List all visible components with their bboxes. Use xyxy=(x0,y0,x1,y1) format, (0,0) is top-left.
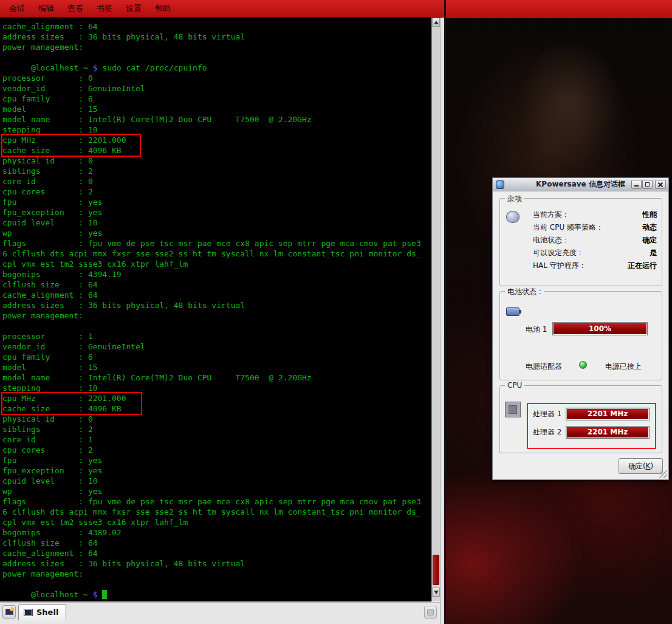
processor-label: 处理器 2 xyxy=(533,427,566,437)
terminal-line: cpl vmx est tm2 ssse3 cx16 xtpr lahf_lm xyxy=(2,517,431,527)
group-battery-title: 电池状态 : xyxy=(505,287,544,297)
terminal-line: flags : fpu vme de pse tsc msr pae mce c… xyxy=(2,496,431,507)
terminal-line: cache_alignment : 64 xyxy=(2,290,431,300)
tab-label: Shell xyxy=(36,608,58,617)
terminal-line: cpu cores : 2 xyxy=(2,187,431,197)
window-frame xyxy=(440,18,444,624)
terminal-line: @localhost ~ $ sudo cat /proc/cpuinfo xyxy=(2,63,431,73)
ac-adapter-led-icon xyxy=(579,361,587,369)
terminal-output: cache_alignment : 64address sizes : 36 b… xyxy=(2,21,431,600)
resize-grip-icon[interactable] xyxy=(659,470,667,478)
terminal-line: model name : Intel(R) Core(TM)2 Duo CPU … xyxy=(2,372,431,383)
desktop: 会话编辑查看书签设置帮助 cache_alignment : 64address… xyxy=(0,0,672,624)
terminal-line: physical id : 0 xyxy=(2,414,431,424)
ac-adapter-status: 电源已接上 xyxy=(605,362,642,372)
menu-help[interactable]: 帮助 xyxy=(148,0,177,17)
terminal-line: power management: xyxy=(2,569,431,579)
ac-adapter-label: 电源适配器 xyxy=(526,362,562,372)
menu-bookmarks[interactable]: 书签 xyxy=(90,0,119,17)
info-label: HAL 守护程序： xyxy=(533,261,586,271)
info-row: 电池状态：确定 xyxy=(533,234,657,247)
power-scheme-icon xyxy=(506,211,519,223)
terminal-line: model name : Intel(R) Core(TM)2 Duo CPU … xyxy=(2,114,431,125)
terminal-line: siblings : 2 xyxy=(2,166,431,176)
terminal-line: vendor_id : GenuineIntel xyxy=(2,341,431,352)
terminal-line: cpu cores : 2 xyxy=(2,445,431,455)
close-icon xyxy=(656,180,665,188)
cpu-frequency-value: 2201 MHz xyxy=(567,409,648,419)
battery-charge-meter: 100% xyxy=(552,322,648,335)
terminal-line: address sizes : 36 bits physical, 48 bit… xyxy=(2,300,431,310)
terminal-line: cpu family : 6 xyxy=(2,94,431,104)
terminal-line: clflush size : 64 xyxy=(2,538,431,548)
terminal-line: processor : 1 xyxy=(2,331,431,341)
terminal-line: model : 15 xyxy=(2,362,431,372)
terminal-scrollbar[interactable] xyxy=(431,18,440,602)
scroll-up-button[interactable] xyxy=(432,18,440,27)
terminal-line: cpuid level : 10 xyxy=(2,218,431,228)
scroll-up-icon xyxy=(434,21,439,24)
info-value: 是 xyxy=(650,248,657,258)
terminal-line: model : 15 xyxy=(2,104,431,114)
minimize-icon xyxy=(634,185,639,187)
info-value: 动态 xyxy=(642,222,657,233)
session-tab-bar: Shell xyxy=(0,602,440,624)
group-misc-title: 杂项 xyxy=(505,194,524,204)
maximize-icon xyxy=(645,182,650,187)
ok-accel-key: K xyxy=(646,462,651,470)
close-button[interactable] xyxy=(655,180,666,189)
cpu-frequency-value: 2201 MHz xyxy=(567,427,648,437)
terminal-line: bogomips : 4389.02 xyxy=(2,527,431,538)
menu-view[interactable]: 查看 xyxy=(61,0,90,17)
info-label: 当前方案： xyxy=(533,210,569,220)
info-value: 正在运行 xyxy=(628,261,657,271)
dialog-titlebar[interactable]: KPowersave 信息对话框 xyxy=(493,178,668,191)
terminal-line: @localhost ~ $ xyxy=(2,589,431,600)
terminal-line: core id : 0 xyxy=(2,176,431,187)
terminal-screen[interactable]: cache_alignment : 64address sizes : 36 b… xyxy=(1,18,431,602)
info-row: HAL 守护程序：正在运行 xyxy=(533,259,657,272)
tab-shell[interactable]: Shell xyxy=(18,604,66,620)
group-cpu: CPU 处理器 12201 MHz处理器 22201 MHz xyxy=(499,385,662,453)
maximize-button[interactable] xyxy=(642,180,653,189)
new-session-star-icon xyxy=(10,607,14,611)
terminal-line: power management: xyxy=(2,42,431,52)
cpu-frequency-rows: 处理器 12201 MHz处理器 22201 MHz xyxy=(533,405,650,441)
battery-icon xyxy=(506,307,519,316)
menu-bar: 会话编辑查看书签设置帮助 xyxy=(0,0,444,18)
terminal-line: cpuid level : 10 xyxy=(2,476,431,486)
menu-session[interactable]: 会话 xyxy=(2,0,32,17)
ok-label-suffix: ) xyxy=(650,462,653,470)
ok-button[interactable]: 确定(K) xyxy=(619,458,663,474)
terminal-line: cache size : 4096 KB xyxy=(2,145,431,156)
ok-label: 确定( xyxy=(628,461,646,471)
terminal-line: fpu : yes xyxy=(2,197,431,207)
scroll-down-icon xyxy=(434,591,439,594)
battery-cell-label: 电池 1 xyxy=(526,323,547,335)
terminal-line: address sizes : 36 bits physical, 48 bit… xyxy=(2,32,431,42)
menu-edit[interactable]: 编辑 xyxy=(32,0,61,17)
cpu-chip-icon xyxy=(505,402,521,417)
terminal-line: clflush size : 64 xyxy=(2,279,431,290)
cpu-row: 处理器 12201 MHz xyxy=(533,405,650,423)
info-label: 可以设定亮度： xyxy=(533,248,584,258)
scroll-down-button[interactable] xyxy=(432,588,440,597)
cpu-row: 处理器 22201 MHz xyxy=(533,423,650,441)
scrollbar-thumb[interactable] xyxy=(433,555,439,585)
minimize-button[interactable] xyxy=(631,180,642,189)
menu-settings[interactable]: 设置 xyxy=(119,0,148,17)
session-menu-button[interactable] xyxy=(424,606,437,619)
terminal-line: physical id : 0 xyxy=(2,156,431,166)
group-misc: 杂项 当前方案：性能当前 CPU 频率策略：动态电池状态：确定可以设定亮度：是H… xyxy=(499,198,662,286)
new-session-button[interactable] xyxy=(2,605,16,619)
info-row: 可以设定亮度：是 xyxy=(533,247,657,259)
terminal-line: cpl vmx est tm2 ssse3 cx16 xtpr lahf_lm xyxy=(2,259,431,269)
terminal-line: siblings : 2 xyxy=(2,424,431,434)
terminal-window: 会话编辑查看书签设置帮助 cache_alignment : 64address… xyxy=(0,0,444,624)
terminal-line: cache size : 4096 KB xyxy=(2,403,431,414)
terminal-line: processor : 0 xyxy=(2,73,431,83)
terminal-line: address sizes : 36 bits physical, 48 bit… xyxy=(2,558,431,569)
info-label: 电池状态： xyxy=(533,235,569,245)
kpowersave-app-icon xyxy=(496,180,504,189)
terminal-line: bogomips : 4394.19 xyxy=(2,269,431,279)
